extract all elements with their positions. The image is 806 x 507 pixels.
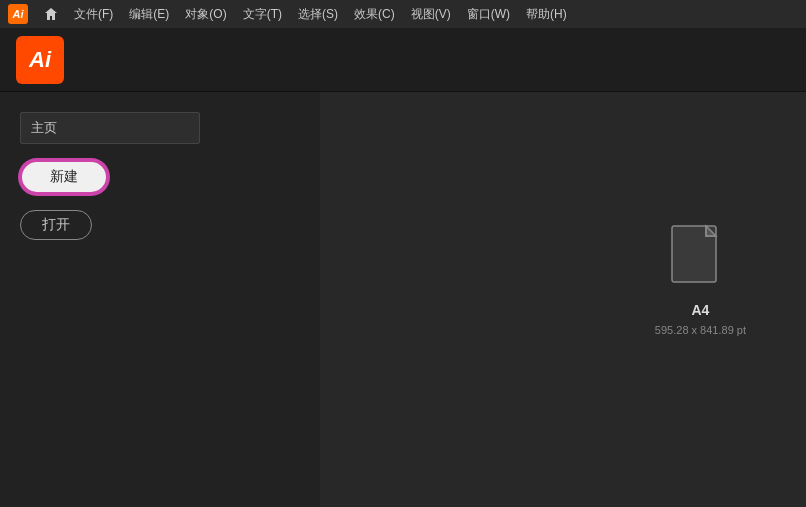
menu-file[interactable]: 文件(F) bbox=[66, 0, 121, 28]
menu-object[interactable]: 对象(O) bbox=[177, 0, 234, 28]
titlebar: Ai bbox=[0, 28, 806, 92]
menu-edit[interactable]: 编辑(E) bbox=[121, 0, 177, 28]
menu-select[interactable]: 选择(S) bbox=[290, 0, 346, 28]
menu-effect[interactable]: 效果(C) bbox=[346, 0, 403, 28]
document-preview: A4 595.28 x 841.89 pt bbox=[655, 224, 746, 336]
menu-window[interactable]: 窗口(W) bbox=[459, 0, 518, 28]
main-area: 主页 新建 打开 A4 595.28 x 841.89 pt bbox=[0, 92, 806, 507]
menu-home-icon[interactable] bbox=[36, 0, 66, 28]
menu-text[interactable]: 文字(T) bbox=[235, 0, 290, 28]
app-logo: Ai bbox=[16, 36, 64, 84]
menubar: Ai 文件(F) 编辑(E) 对象(O) 文字(T) 选择(S) 效果(C) 视… bbox=[0, 0, 806, 28]
menu-view[interactable]: 视图(V) bbox=[403, 0, 459, 28]
open-button[interactable]: 打开 bbox=[20, 210, 92, 240]
content-panel: A4 595.28 x 841.89 pt bbox=[320, 92, 806, 507]
home-label: 主页 bbox=[20, 112, 200, 144]
sidebar: 主页 新建 打开 bbox=[0, 92, 320, 507]
menubar-logo: Ai bbox=[4, 0, 32, 28]
document-icon bbox=[670, 224, 730, 296]
document-size: 595.28 x 841.89 pt bbox=[655, 324, 746, 336]
new-button[interactable]: 新建 bbox=[20, 160, 108, 194]
menubar-ai-icon: Ai bbox=[8, 4, 28, 24]
document-name: A4 bbox=[691, 302, 709, 318]
menu-help[interactable]: 帮助(H) bbox=[518, 0, 575, 28]
